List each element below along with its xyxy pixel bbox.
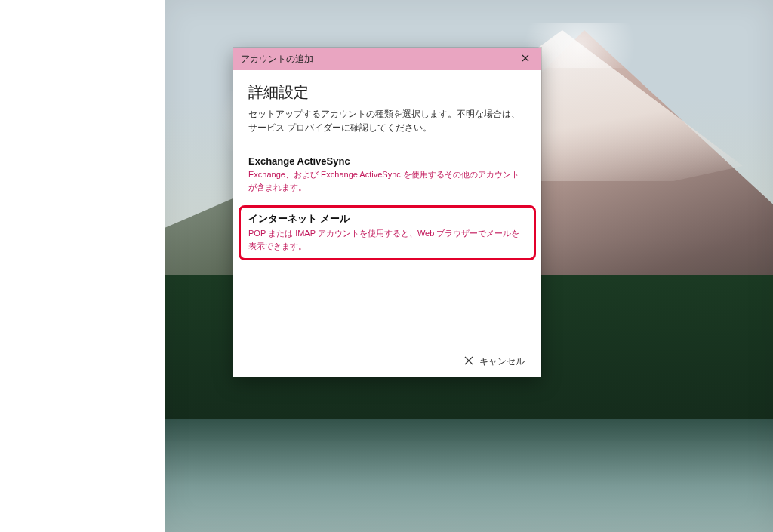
dialog-footer: キャンセル	[233, 346, 541, 377]
dialog-titlebar: アカウントの追加	[233, 48, 541, 70]
option-title: インターネット メール	[248, 212, 526, 226]
option-description: POP または IMAP アカウントを使用すると、Web ブラウザーでメールを表…	[248, 227, 526, 252]
dialog-body: 詳細設定 セットアップするアカウントの種類を選択します。不明な場合は、サービス …	[233, 70, 541, 346]
cancel-label: キャンセル	[479, 355, 525, 368]
close-button[interactable]	[510, 48, 541, 70]
dialog-subtext: セットアップするアカウントの種類を選択します。不明な場合は、サービス プロバイダ…	[248, 107, 526, 134]
dialog-title: アカウントの追加	[241, 53, 510, 66]
left-white-margin	[0, 0, 165, 532]
option-exchange-activesync[interactable]: Exchange ActiveSync Exchange、および Exchang…	[248, 151, 526, 199]
cancel-button[interactable]: キャンセル	[460, 352, 529, 371]
option-internet-mail[interactable]: インターネット メール POP または IMAP アカウントを使用すると、Web…	[239, 205, 536, 260]
close-icon	[464, 356, 473, 367]
add-account-dialog: アカウントの追加 詳細設定 セットアップするアカウントの種類を選択します。不明な…	[233, 48, 541, 377]
option-title: Exchange ActiveSync	[248, 155, 526, 167]
option-description: Exchange、および Exchange ActiveSync を使用するその…	[248, 168, 526, 193]
close-icon	[522, 54, 529, 64]
dialog-heading: 詳細設定	[248, 82, 526, 103]
